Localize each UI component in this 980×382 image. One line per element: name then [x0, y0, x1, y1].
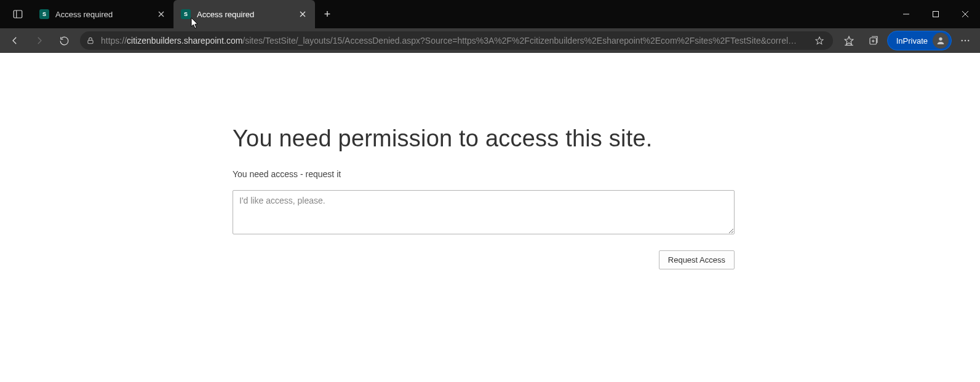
refresh-button[interactable]	[53, 31, 75, 50]
forward-button[interactable]	[28, 31, 50, 50]
tab-actions-button[interactable]	[7, 0, 28, 28]
svg-point-19	[965, 40, 966, 41]
inprivate-label: InPrivate	[896, 36, 928, 46]
sharepoint-icon: S	[39, 9, 49, 19]
maximize-button[interactable]	[921, 0, 950, 28]
svg-rect-0	[14, 10, 22, 18]
page-content: You need permission to access this site.…	[0, 53, 980, 382]
browser-title-bar: S Access required S Access required +	[0, 0, 980, 28]
settings-menu-button[interactable]	[954, 31, 976, 50]
close-icon[interactable]	[156, 9, 166, 19]
page-title: You need permission to access this site.	[233, 125, 735, 152]
new-tab-button[interactable]: +	[315, 0, 340, 28]
window-controls	[891, 0, 980, 28]
tab-access-required-2[interactable]: S Access required	[173, 0, 315, 28]
access-request-textarea[interactable]	[233, 190, 735, 234]
page-subtitle: You need access - request it	[233, 169, 735, 179]
close-window-button[interactable]	[950, 0, 980, 28]
request-access-button[interactable]: Request Access	[659, 250, 735, 269]
minimize-button[interactable]	[891, 0, 921, 28]
tab-label: Access required	[55, 10, 150, 19]
svg-point-18	[962, 40, 963, 41]
lock-icon	[86, 36, 95, 45]
favorites-button[interactable]	[838, 31, 860, 50]
tab-label: Access required	[197, 10, 292, 19]
svg-marker-12	[845, 36, 853, 44]
close-icon[interactable]	[298, 9, 308, 19]
svg-marker-11	[816, 37, 823, 44]
inprivate-indicator[interactable]: InPrivate	[887, 31, 952, 50]
svg-point-17	[939, 38, 942, 41]
url-text: https://citizenbuilders.sharepoint.com/s…	[101, 36, 806, 46]
address-bar[interactable]: https://citizenbuilders.sharepoint.com/s…	[80, 31, 833, 50]
svg-point-20	[968, 40, 969, 41]
svg-rect-7	[933, 12, 939, 17]
profile-avatar-icon	[933, 33, 949, 49]
tab-access-required-1[interactable]: S Access required	[32, 0, 173, 28]
back-button[interactable]	[4, 31, 26, 50]
sharepoint-icon: S	[181, 9, 191, 19]
svg-rect-10	[88, 40, 93, 43]
browser-toolbar: https://citizenbuilders.sharepoint.com/s…	[0, 28, 980, 53]
collections-button[interactable]	[862, 31, 885, 50]
favorite-button[interactable]	[812, 36, 827, 46]
